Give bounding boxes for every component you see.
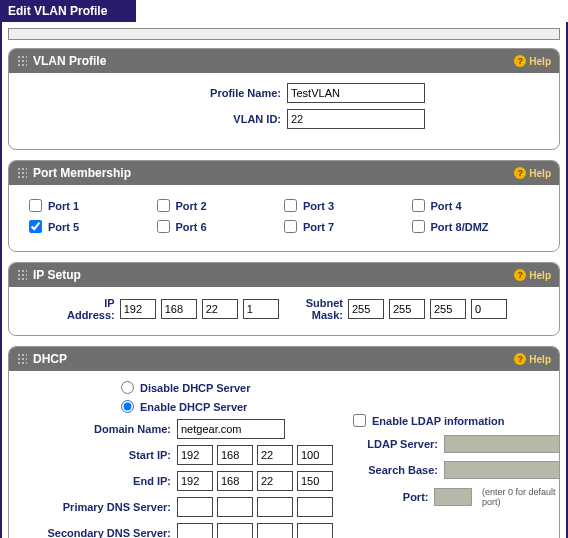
end-ip-1[interactable]	[177, 471, 213, 491]
enable-ldap-label: Enable LDAP information	[372, 415, 504, 427]
profile-name-label: Profile Name:	[21, 87, 281, 99]
enable-dhcp-label: Enable DHCP Server	[140, 401, 247, 413]
secondary-dns-label: Secondary DNS Server:	[21, 527, 171, 538]
mask-octet-3[interactable]	[430, 299, 466, 319]
port-label: Port 3	[303, 200, 334, 212]
ip-address-label: IP Address:	[61, 297, 115, 321]
dhcp-title: DHCP	[33, 352, 67, 366]
port-item-2[interactable]: Port 2	[157, 199, 285, 212]
search-base-input	[444, 461, 560, 479]
vlan-id-input[interactable]	[287, 109, 425, 129]
disable-dhcp-label: Disable DHCP Server	[140, 382, 250, 394]
port-item-7[interactable]: Port 7	[284, 220, 412, 233]
help-link[interactable]: ? Help	[514, 269, 551, 281]
grip-icon	[17, 167, 27, 179]
start-ip-4[interactable]	[297, 445, 333, 465]
ports-grid: Port 1Port 2Port 3Port 4Port 5Port 6Port…	[21, 195, 547, 237]
enable-dhcp-radio[interactable]	[121, 400, 134, 413]
subnet-mask-label: Subnet Mask:	[279, 297, 343, 321]
end-ip-3[interactable]	[257, 471, 293, 491]
port-item-5[interactable]: Port 5	[29, 220, 157, 233]
port-label: Port 5	[48, 221, 79, 233]
ip-setup-title: IP Setup	[33, 268, 81, 282]
progress-strip	[8, 28, 560, 40]
port-membership-panel: Port Membership ? Help Port 1Port 2Port …	[8, 160, 560, 252]
vlan-profile-panel: VLAN Profile ? Help Profile Name: VLAN I…	[8, 48, 560, 150]
ldap-server-input	[444, 435, 560, 453]
port-label: Port 4	[431, 200, 462, 212]
ip-octet-2[interactable]	[161, 299, 197, 319]
port-checkbox-2[interactable]	[157, 199, 170, 212]
ip-octet-4[interactable]	[243, 299, 279, 319]
primary-dns-4[interactable]	[297, 497, 333, 517]
secondary-dns-4[interactable]	[297, 523, 333, 538]
help-icon: ?	[514, 167, 526, 179]
ldap-port-hint: (enter 0 for default port)	[482, 487, 560, 507]
help-icon: ?	[514, 55, 526, 67]
port-checkbox-8[interactable]	[412, 220, 425, 233]
ldap-port-label: Port:	[353, 491, 428, 503]
search-base-label: Search Base:	[353, 464, 438, 476]
end-ip-2[interactable]	[217, 471, 253, 491]
help-icon: ?	[514, 353, 526, 365]
primary-dns-label: Primary DNS Server:	[21, 501, 171, 513]
port-item-6[interactable]: Port 6	[157, 220, 285, 233]
help-icon: ?	[514, 269, 526, 281]
ip-octet-1[interactable]	[120, 299, 156, 319]
port-label: Port 8/DMZ	[431, 221, 489, 233]
mask-octet-4[interactable]	[471, 299, 507, 319]
port-checkbox-3[interactable]	[284, 199, 297, 212]
port-item-3[interactable]: Port 3	[284, 199, 412, 212]
mask-octet-1[interactable]	[348, 299, 384, 319]
domain-name-input[interactable]	[177, 419, 285, 439]
grip-icon	[17, 269, 27, 281]
port-membership-header: Port Membership ? Help	[9, 161, 559, 185]
port-checkbox-4[interactable]	[412, 199, 425, 212]
port-label: Port 7	[303, 221, 334, 233]
port-label: Port 1	[48, 200, 79, 212]
help-link[interactable]: ? Help	[514, 55, 551, 67]
port-label: Port 2	[176, 200, 207, 212]
port-item-4[interactable]: Port 4	[412, 199, 540, 212]
profile-name-input[interactable]	[287, 83, 425, 103]
mask-octet-2[interactable]	[389, 299, 425, 319]
ldap-port-input	[434, 488, 472, 506]
port-label: Port 6	[176, 221, 207, 233]
port-checkbox-1[interactable]	[29, 199, 42, 212]
main-container: VLAN Profile ? Help Profile Name: VLAN I…	[0, 22, 568, 538]
disable-dhcp-radio[interactable]	[121, 381, 134, 394]
vlan-profile-header: VLAN Profile ? Help	[9, 49, 559, 73]
start-ip-2[interactable]	[217, 445, 253, 465]
help-link[interactable]: ? Help	[514, 167, 551, 179]
port-membership-title: Port Membership	[33, 166, 131, 180]
end-ip-4[interactable]	[297, 471, 333, 491]
start-ip-1[interactable]	[177, 445, 213, 465]
start-ip-label: Start IP:	[21, 449, 171, 461]
port-item-1[interactable]: Port 1	[29, 199, 157, 212]
secondary-dns-3[interactable]	[257, 523, 293, 538]
secondary-dns-2[interactable]	[217, 523, 253, 538]
port-checkbox-6[interactable]	[157, 220, 170, 233]
primary-dns-1[interactable]	[177, 497, 213, 517]
port-checkbox-7[interactable]	[284, 220, 297, 233]
vlan-id-label: VLAN ID:	[21, 113, 281, 125]
port-item-8[interactable]: Port 8/DMZ	[412, 220, 540, 233]
start-ip-3[interactable]	[257, 445, 293, 465]
vlan-profile-title: VLAN Profile	[33, 54, 106, 68]
secondary-dns-1[interactable]	[177, 523, 213, 538]
domain-name-label: Domain Name:	[21, 423, 171, 435]
port-checkbox-5[interactable]	[29, 220, 42, 233]
ip-setup-header: IP Setup ? Help	[9, 263, 559, 287]
grip-icon	[17, 353, 27, 365]
ldap-server-label: LDAP Server:	[353, 438, 438, 450]
primary-dns-3[interactable]	[257, 497, 293, 517]
enable-ldap-checkbox[interactable]	[353, 414, 366, 427]
ip-setup-panel: IP Setup ? Help IP Address: Subnet Mask:	[8, 262, 560, 336]
page-title: Edit VLAN Profile	[0, 0, 136, 22]
ip-octet-3[interactable]	[202, 299, 238, 319]
end-ip-label: End IP:	[21, 475, 171, 487]
help-link[interactable]: ? Help	[514, 353, 551, 365]
grip-icon	[17, 55, 27, 67]
primary-dns-2[interactable]	[217, 497, 253, 517]
dhcp-header: DHCP ? Help	[9, 347, 559, 371]
